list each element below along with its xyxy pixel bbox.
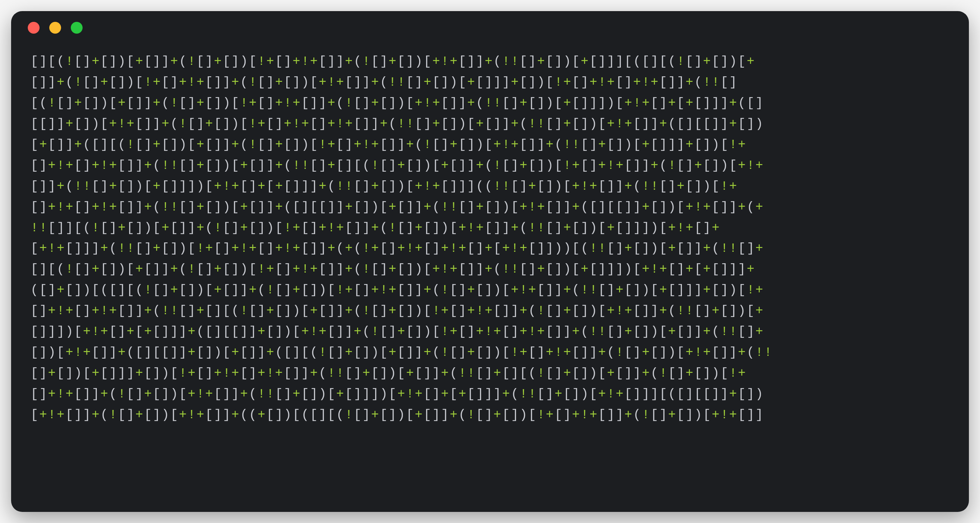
minimize-icon[interactable] <box>49 22 61 34</box>
code-area: [][(![]+[])[+[]]+(![]+[])[!+[]+!+[]]+(![… <box>11 44 969 512</box>
zoom-icon[interactable] <box>71 22 83 34</box>
close-icon[interactable] <box>28 22 40 34</box>
window-titlebar <box>11 11 969 44</box>
code-block: [][(![]+[])[+[]]+(![]+[])[!+[]+!+[]]+(![… <box>30 51 950 426</box>
terminal-window: [][(![]+[])[+[]]+(![]+[])[!+[]+!+[]]+(![… <box>11 11 969 512</box>
